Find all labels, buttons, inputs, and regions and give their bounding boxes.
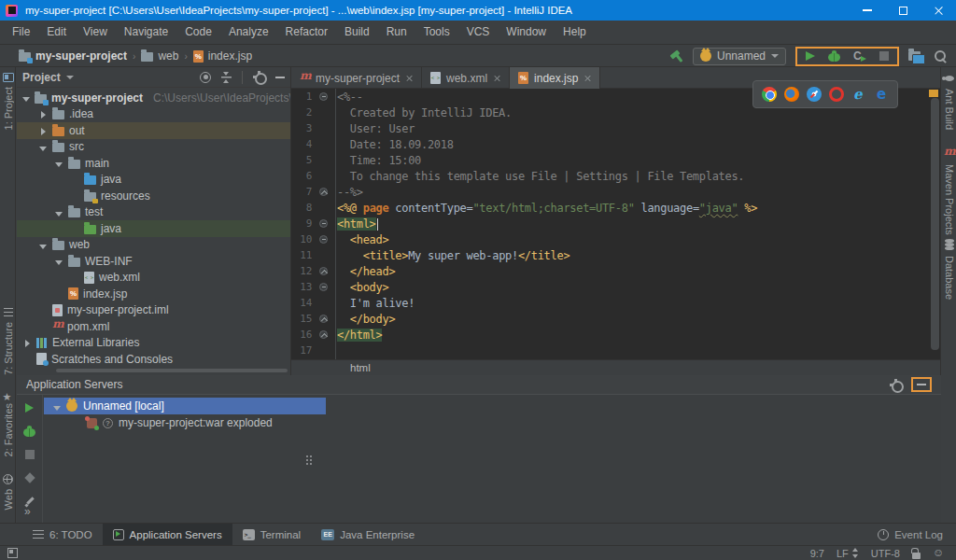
fold-marker-icon[interactable]	[319, 315, 328, 323]
arrow-down-icon[interactable]	[55, 162, 63, 167]
run-icon[interactable]	[806, 51, 815, 61]
tool-window-button-application-servers[interactable]: Application Servers	[103, 524, 232, 546]
editor-tab[interactable]: my-super-project	[291, 67, 422, 89]
menu-item-analyze[interactable]: Analyze	[220, 21, 277, 44]
inspections-profile-icon[interactable]	[933, 547, 945, 559]
tree-row[interactable]: WEB-INF	[17, 253, 290, 270]
debug-icon[interactable]	[23, 428, 35, 437]
minimize-button[interactable]	[850, 0, 885, 21]
tree-row[interactable]: index.jsp	[17, 286, 290, 302]
editor-tab[interactable]: web.xml	[422, 67, 510, 89]
arrow-right-icon[interactable]	[25, 340, 30, 347]
arrow-down-icon[interactable]	[22, 97, 30, 102]
fold-marker-icon[interactable]	[319, 330, 328, 339]
menu-item-run[interactable]: Run	[378, 21, 415, 44]
tree-row[interactable]: pom.xml	[17, 318, 290, 335]
tool-window-button-java-enterprise[interactable]: Java Enterprise	[311, 524, 425, 546]
arrow-down-icon[interactable]	[55, 212, 63, 217]
tree-row[interactable]: Scratches and Consoles	[17, 351, 290, 368]
arrow-right-icon[interactable]	[41, 128, 46, 135]
arrow-down-icon[interactable]	[55, 260, 63, 265]
tree-row[interactable]: .idea	[17, 106, 290, 123]
breadcrumb-item[interactable]: web	[141, 49, 178, 63]
breadcrumb-item[interactable]: index.jsp	[193, 49, 252, 63]
menu-item-code[interactable]: Code	[176, 21, 220, 44]
gear-icon[interactable]	[890, 379, 902, 391]
opera-browser-icon[interactable]	[829, 87, 844, 102]
tool-window-stripe-button[interactable]: 2: Favorites	[0, 387, 16, 456]
menu-item-tools[interactable]: Tools	[415, 21, 458, 44]
menu-item-view[interactable]: View	[75, 21, 116, 44]
fold-marker-icon[interactable]	[319, 219, 328, 228]
server-tree-row[interactable]: Unnamed [local]	[44, 398, 326, 414]
run-config-dropdown[interactable]: Unnamed	[693, 48, 786, 65]
maximize-button[interactable]	[885, 0, 921, 21]
menu-item-file[interactable]: File	[4, 21, 38, 44]
hide-panel-icon[interactable]	[275, 77, 285, 78]
arrow-down-icon[interactable]	[39, 147, 47, 151]
code-area[interactable]: 1<%--2 Created by IntelliJ IDEA.3 User: …	[291, 89, 941, 359]
ie-browser-icon[interactable]	[851, 87, 866, 102]
server-tree-row[interactable]: my-super-project:war exploded	[44, 414, 941, 431]
tree-row[interactable]: web.xml	[17, 270, 290, 287]
tool-window-stripe-button[interactable]: 7: Structure	[0, 308, 16, 375]
editor-tab[interactable]: index.jsp	[510, 67, 600, 89]
horizontal-scrollbar[interactable]	[56, 369, 288, 372]
stop-icon[interactable]	[25, 450, 35, 459]
tool-window-stripe-button[interactable]: 1: Project	[0, 73, 16, 130]
search-everywhere-icon[interactable]	[934, 49, 947, 63]
chrome-browser-icon[interactable]	[762, 87, 777, 102]
build-hammer-icon[interactable]	[669, 49, 683, 63]
tool-window-stripe-button[interactable]: Maven Projects	[941, 147, 956, 235]
encoding[interactable]: UTF-8	[871, 548, 900, 559]
close-button[interactable]	[921, 0, 956, 21]
tree-row[interactable]: java	[17, 220, 290, 237]
menu-item-vcs[interactable]: VCS	[458, 21, 499, 44]
tree-row[interactable]: src	[17, 139, 290, 156]
debug-icon[interactable]	[828, 53, 840, 62]
tree-row[interactable]: resources	[17, 188, 290, 204]
tool-window-stripe-button[interactable]: Ant Build	[941, 73, 956, 130]
caret-position[interactable]: 9:7	[810, 548, 824, 559]
fold-marker-icon[interactable]	[319, 283, 328, 291]
tool-window-button-6-todo[interactable]: 6: TODO	[22, 524, 103, 546]
collapse-all-icon[interactable]	[221, 72, 232, 83]
project-structure-icon[interactable]	[908, 51, 921, 61]
tree-row[interactable]: test	[17, 204, 290, 221]
fold-marker-icon[interactable]	[319, 267, 328, 275]
menu-item-window[interactable]: Window	[498, 21, 555, 44]
closex-icon[interactable]	[493, 75, 500, 82]
menu-item-help[interactable]: Help	[555, 21, 595, 44]
fold-marker-icon[interactable]	[319, 92, 328, 101]
firefox-browser-icon[interactable]	[784, 87, 799, 102]
fold-marker-icon[interactable]	[319, 188, 328, 196]
safari-browser-icon[interactable]	[807, 87, 822, 102]
breadcrumb-tag[interactable]: html	[350, 362, 371, 373]
breadcrumb-item[interactable]: my-super-project	[19, 49, 127, 63]
edge-browser-icon[interactable]	[874, 87, 889, 102]
tool-window-button-terminal[interactable]: Terminal	[232, 524, 311, 546]
menu-item-navigate[interactable]: Navigate	[116, 21, 176, 44]
run-with-coverage-icon[interactable]	[853, 50, 866, 63]
select-opened-file-icon[interactable]	[200, 72, 211, 83]
fold-marker-icon[interactable]	[319, 235, 328, 244]
tool-window-stripe-button[interactable]: Database	[941, 239, 956, 300]
stop-icon[interactable]	[879, 51, 889, 61]
arrow-down-icon[interactable]	[39, 245, 47, 249]
splitter-handle[interactable]	[306, 455, 308, 457]
tree-row[interactable]: web	[17, 237, 290, 254]
inspection-indicator[interactable]	[929, 90, 938, 97]
run-icon[interactable]	[25, 403, 34, 413]
closex-icon[interactable]	[405, 75, 413, 82]
connect-icon[interactable]	[24, 472, 35, 483]
tree-row[interactable]: java	[17, 172, 290, 189]
arrow-right-icon[interactable]	[41, 111, 46, 119]
hide-panel-icon[interactable]	[917, 384, 926, 385]
menu-item-edit[interactable]: Edit	[38, 21, 75, 44]
tree-row[interactable]: main	[17, 155, 290, 172]
tree-row[interactable]: my-super-projectC:\Users\User\IdeaProjec…	[17, 90, 290, 106]
arrow-down-icon[interactable]	[53, 406, 61, 411]
gear-icon[interactable]	[253, 71, 265, 83]
tool-window-switcher-icon[interactable]	[7, 548, 18, 558]
vertical-scrollbar[interactable]	[931, 98, 939, 350]
